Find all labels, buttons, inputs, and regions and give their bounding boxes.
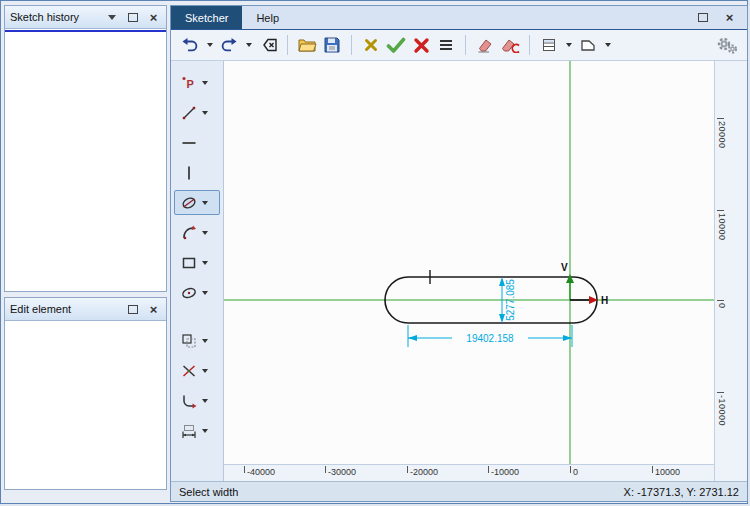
backspace-button[interactable]: [257, 33, 279, 57]
tool-palette: P: [171, 61, 224, 481]
tab-sketcher[interactable]: Sketcher: [171, 6, 242, 29]
chevron-down-icon: [207, 43, 213, 47]
dimension-icon: [179, 422, 199, 440]
profile-dropdown[interactable]: [602, 33, 613, 57]
green-check-icon: [386, 37, 406, 53]
undo-button[interactable]: [179, 33, 201, 57]
discard-button[interactable]: [360, 33, 382, 57]
right-ruler: 20000100000-10000: [714, 61, 747, 481]
dimension-arrow: [408, 335, 417, 341]
width-dimension-value[interactable]: 19402.158: [466, 333, 514, 344]
vertical-line-icon: [179, 164, 199, 182]
ruler-tick-label: -30000: [325, 466, 356, 475]
status-prompt: Select width: [179, 486, 624, 498]
trim-icon: [179, 362, 199, 380]
ruler-tick-label: 20000: [717, 118, 727, 149]
hamburger-menu-icon: [438, 38, 454, 52]
sketch-history-titlebar: Sketch history ×: [5, 6, 166, 29]
height-dimension-value[interactable]: 5277.085: [505, 279, 516, 321]
point-icon: P: [179, 74, 199, 92]
tool-horizontal-line[interactable]: [174, 130, 220, 155]
tool-arc[interactable]: [174, 220, 220, 245]
chevron-down-icon: [246, 43, 252, 47]
chevron-down-icon[interactable]: [202, 429, 208, 433]
accept-button[interactable]: [385, 33, 407, 57]
h-axis-label: H: [601, 295, 608, 306]
tool-vertical-line[interactable]: [174, 160, 220, 185]
panel-close-button[interactable]: ×: [146, 302, 161, 317]
sketcher-window: Sketcher Help ×: [170, 5, 748, 502]
sketch-history-list[interactable]: [5, 29, 166, 291]
maximize-icon: [128, 305, 138, 314]
tool-rectangle[interactable]: [174, 250, 220, 275]
window-close-button[interactable]: ×: [722, 10, 737, 25]
edit-element-title: Edit element: [10, 303, 119, 315]
grid-list-dropdown[interactable]: [563, 33, 574, 57]
ruler-tick-label: 0: [570, 466, 578, 475]
chevron-down-icon[interactable]: [202, 291, 208, 295]
open-button[interactable]: [296, 33, 318, 57]
tool-dimension[interactable]: [174, 418, 220, 443]
chevron-down-icon[interactable]: [202, 231, 208, 235]
bottom-ruler: -40000-30000-20000-10000010000: [224, 464, 714, 481]
menu-button[interactable]: [435, 33, 457, 57]
tool-line[interactable]: [174, 100, 220, 125]
tool-fillet[interactable]: [174, 388, 220, 413]
chevron-down-icon: [605, 43, 611, 47]
redo-dropdown[interactable]: [243, 33, 254, 57]
chevron-down-icon[interactable]: [202, 201, 208, 205]
yellow-x-icon: [363, 37, 379, 53]
close-icon: ×: [150, 11, 158, 24]
status-bar: Select width X: -17371.3, Y: 2731.12: [171, 481, 747, 501]
open-folder-icon: [297, 37, 317, 53]
tool-trim[interactable]: [174, 358, 220, 383]
settings-button[interactable]: [715, 33, 739, 57]
profile-button[interactable]: [577, 33, 599, 57]
tool-offset[interactable]: [174, 328, 220, 353]
fillet-icon: [179, 392, 199, 410]
close-icon: ×: [726, 11, 734, 24]
eraser-button[interactable]: [474, 33, 496, 57]
maximize-icon: [128, 13, 138, 22]
backspace-icon: [258, 37, 278, 53]
chevron-down-icon[interactable]: [202, 81, 208, 85]
sketch-history-panel: Sketch history ×: [4, 5, 167, 292]
redo-button[interactable]: [218, 33, 240, 57]
chevron-down-icon[interactable]: [202, 339, 208, 343]
red-x-icon: [413, 37, 430, 54]
tool-ellipse[interactable]: [174, 280, 220, 305]
window-maximize-button[interactable]: [695, 10, 710, 25]
tab-help[interactable]: Help: [242, 6, 293, 29]
chevron-down-icon[interactable]: [202, 369, 208, 373]
sketch-history-title: Sketch history: [10, 11, 98, 23]
tool-slot[interactable]: [174, 190, 220, 215]
erase-elements-button[interactable]: [499, 33, 521, 57]
chevron-down-icon[interactable]: [202, 399, 208, 403]
edit-element-body[interactable]: [5, 321, 166, 489]
v-axis-arrowhead: [566, 274, 574, 283]
tab-bar: Sketcher Help ×: [171, 6, 747, 30]
panel-maximize-button[interactable]: [125, 10, 140, 25]
panel-close-button[interactable]: ×: [146, 10, 161, 25]
redo-icon: [219, 36, 239, 54]
tool-point[interactable]: P: [174, 70, 220, 95]
ruler-tick-label: 10000: [717, 210, 727, 241]
chevron-down-icon[interactable]: [202, 111, 208, 115]
grid-list-button[interactable]: [538, 33, 560, 57]
toolbar-separator: [351, 35, 352, 55]
delete-button[interactable]: [410, 33, 432, 57]
panel-maximize-button[interactable]: [125, 302, 140, 317]
undo-dropdown[interactable]: [204, 33, 215, 57]
canvas-area[interactable]: 19402.158 5277.085 V H: [224, 61, 714, 464]
panel-menu-button[interactable]: [104, 10, 119, 25]
v-axis-label: V: [561, 262, 568, 273]
chevron-down-icon[interactable]: [202, 261, 208, 265]
dimension-arrow: [563, 335, 572, 341]
ruler-tick-label: -20000: [407, 466, 438, 475]
application-window: Sketch history × Edit element × Sketcher…: [0, 0, 748, 504]
ruler-tick-label: -10000: [488, 466, 519, 475]
sketch-canvas[interactable]: 19402.158 5277.085 V H: [224, 61, 714, 464]
ruler-tick-label: -10000: [717, 392, 727, 426]
toolbar-separator: [287, 35, 288, 55]
save-button[interactable]: [321, 33, 343, 57]
